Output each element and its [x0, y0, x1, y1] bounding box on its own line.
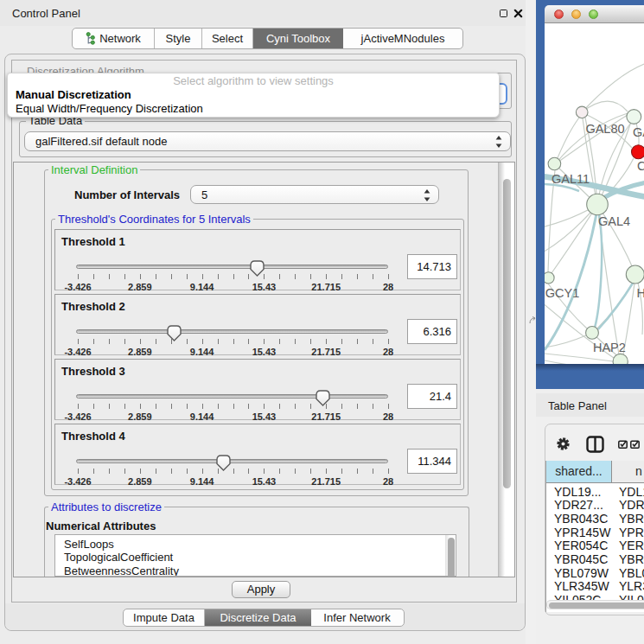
- svg-text:GA: GA: [633, 125, 644, 139]
- svg-text:GAL11: GAL11: [552, 172, 590, 186]
- svg-text:HI: HI: [637, 286, 644, 300]
- svg-text:CR: CR: [637, 159, 644, 173]
- svg-text:GAL4: GAL4: [598, 214, 630, 228]
- svg-text:GAL80: GAL80: [585, 122, 624, 136]
- svg-text:GCY1: GCY1: [545, 286, 580, 300]
- svg-text:HAP2: HAP2: [593, 341, 626, 354]
